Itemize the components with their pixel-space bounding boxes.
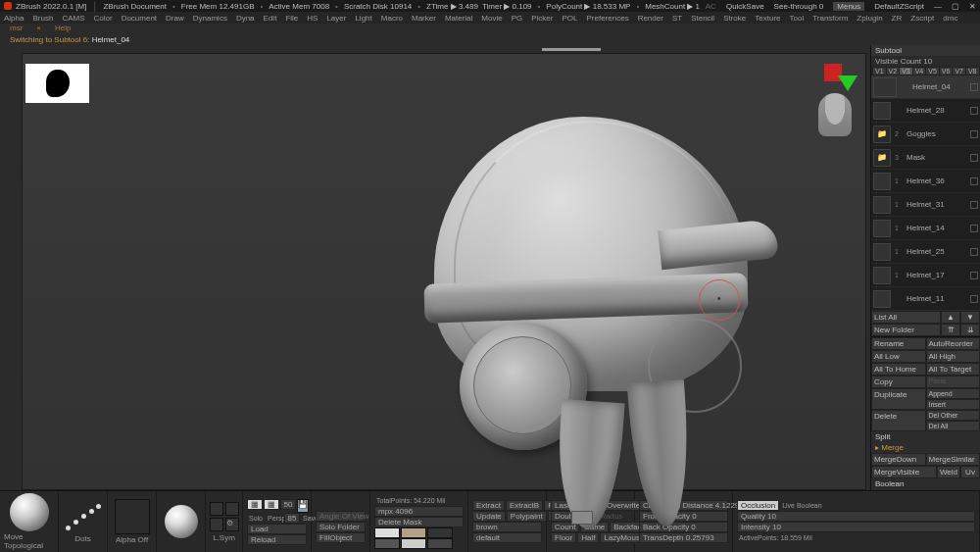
- subtool-item[interactable]: Helmet_04: [871, 75, 980, 99]
- menu-item[interactable]: Brush: [32, 14, 53, 23]
- menu-item[interactable]: POL: [562, 14, 577, 23]
- alpha-icon[interactable]: [115, 499, 150, 534]
- color-swatch[interactable]: [427, 527, 453, 538]
- mini-item[interactable]: ×: [36, 24, 41, 33]
- menu-item[interactable]: Movie: [481, 14, 502, 23]
- bevel-pro-section[interactable]: Bevel Pro: [871, 489, 980, 490]
- num-50[interactable]: 50: [280, 499, 296, 510]
- menu-item[interactable]: Transform: [812, 14, 848, 23]
- menu-item[interactable]: Stroke: [723, 14, 746, 23]
- list-all-button[interactable]: List All: [871, 311, 941, 324]
- reload-button[interactable]: Reload: [247, 534, 307, 545]
- default-script[interactable]: DefaultZScript: [874, 2, 924, 11]
- maximize-icon[interactable]: ▢: [952, 2, 959, 11]
- save-icon[interactable]: 💾: [297, 499, 309, 513]
- trans-depth-slider[interactable]: TransDepth 0.25793: [639, 532, 728, 543]
- append-button[interactable]: Append: [926, 388, 981, 399]
- menu-item[interactable]: Layer: [326, 14, 346, 23]
- duplicate-button[interactable]: Duplicate: [871, 388, 926, 410]
- mini-item[interactable]: Help: [55, 24, 71, 33]
- menu-item[interactable]: Macro: [381, 14, 403, 23]
- visibility-toggle-icon[interactable]: [970, 83, 978, 91]
- solo-mode-button[interactable]: ▦: [247, 499, 263, 510]
- menu-item[interactable]: ZR: [892, 14, 903, 23]
- auto-reorder-button[interactable]: AutoReorder: [926, 337, 981, 350]
- fill-object-button[interactable]: FillObject: [316, 532, 366, 543]
- subtool-item[interactable]: Helmet_11: [871, 287, 980, 311]
- v-button[interactable]: V4: [913, 68, 926, 75]
- visibility-toggle-icon[interactable]: [970, 154, 978, 162]
- gear-icon[interactable]: ⚙: [225, 518, 239, 531]
- quality-slider[interactable]: Quality 10: [737, 511, 975, 522]
- arrow-down-icon[interactable]: ▼: [960, 311, 980, 324]
- solo-folder-button[interactable]: Solo Folder: [316, 522, 366, 532]
- persp-button[interactable]: ▦: [264, 499, 279, 510]
- intensity-slider[interactable]: Intensity 10: [737, 522, 975, 532]
- canvas[interactable]: [23, 54, 865, 489]
- subtool-item[interactable]: 1 Helmet_36: [871, 170, 980, 193]
- boolean-section[interactable]: Boolean: [871, 478, 980, 489]
- all-low-button[interactable]: All Low: [871, 350, 926, 363]
- weld-button[interactable]: Weld: [937, 466, 960, 478]
- subtool-item[interactable]: 📁 2 Goggles: [871, 123, 980, 146]
- copy-button[interactable]: Copy: [871, 376, 926, 388]
- merge-down-button[interactable]: MergeDown: [871, 453, 926, 466]
- menus-button[interactable]: Menus: [833, 2, 864, 11]
- v-button[interactable]: V2: [887, 68, 900, 75]
- half-button[interactable]: Half: [577, 532, 599, 543]
- menu-item[interactable]: Zscript: [910, 14, 934, 23]
- stroke-icon[interactable]: [62, 500, 105, 533]
- subtool-item[interactable]: 1 Helmet_25: [871, 240, 980, 264]
- see-through-slider[interactable]: See-through 0: [774, 2, 824, 11]
- transp-button[interactable]: [210, 502, 223, 516]
- visible-count[interactable]: Visible Count 10: [871, 56, 980, 67]
- visibility-toggle-icon[interactable]: [970, 295, 978, 303]
- all-high-button[interactable]: All High: [926, 350, 981, 363]
- menu-item[interactable]: Zplugin: [857, 14, 882, 23]
- subtool-item[interactable]: 1 Helmet_17: [871, 264, 980, 287]
- head-reference-icon[interactable]: [818, 93, 852, 136]
- subtool-item[interactable]: 1 Helmet_14: [871, 217, 980, 240]
- num-85[interactable]: 85: [284, 513, 300, 524]
- menu-item[interactable]: Dyna: [236, 14, 255, 23]
- subtool-item[interactable]: Helmet_28: [871, 99, 980, 123]
- menu-item[interactable]: Color: [94, 14, 113, 23]
- menu-item[interactable]: HS: [307, 14, 318, 23]
- v-button[interactable]: V8: [966, 68, 979, 75]
- default-button[interactable]: default: [472, 532, 542, 543]
- brush-preview[interactable]: [25, 64, 89, 103]
- move-up-icon[interactable]: ⇈: [941, 324, 960, 336]
- rename-button[interactable]: Rename: [871, 337, 926, 350]
- v-button[interactable]: V6: [940, 68, 953, 75]
- solo-button[interactable]: [225, 502, 239, 516]
- v-button[interactable]: V1: [873, 68, 886, 75]
- subtool-header[interactable]: Subtool: [871, 45, 980, 56]
- del-other-button[interactable]: Del Other: [926, 410, 981, 421]
- menu-item[interactable]: Draw: [166, 14, 184, 23]
- menu-item[interactable]: Alpha: [4, 14, 24, 23]
- menu-item[interactable]: PG: [512, 14, 523, 23]
- floor-button[interactable]: Floor: [551, 532, 576, 543]
- brush-icon[interactable]: [10, 493, 49, 531]
- subtool-item[interactable]: 1 Helmet_31: [871, 193, 980, 217]
- subtool-item[interactable]: 📁 3 Mask: [871, 146, 980, 170]
- menu-item[interactable]: ST: [672, 14, 682, 23]
- load-button[interactable]: Load: [247, 524, 307, 534]
- uv-button[interactable]: Uv: [960, 466, 980, 478]
- angle-of-view[interactable]: Angle Of View: [316, 511, 366, 522]
- menu-item[interactable]: dmc: [943, 14, 957, 23]
- menu-item[interactable]: Stencil: [691, 14, 714, 23]
- visibility-toggle-icon[interactable]: [970, 130, 978, 138]
- paste-button[interactable]: Paste: [926, 376, 981, 388]
- menu-item[interactable]: Render: [638, 14, 663, 23]
- v-button[interactable]: V7: [953, 68, 965, 75]
- arrow-up-icon[interactable]: ▲: [941, 311, 960, 324]
- color-swatch[interactable]: [374, 538, 400, 549]
- live-boolean-button[interactable]: Live Boolean: [780, 500, 975, 511]
- menu-item[interactable]: Picker: [531, 14, 553, 23]
- del-all-button[interactable]: Del All: [926, 421, 981, 431]
- menu-item[interactable]: Light: [355, 14, 371, 23]
- merge-similar-button[interactable]: MergeSimilar: [926, 453, 981, 466]
- new-folder-button[interactable]: New Folder: [871, 324, 941, 336]
- visibility-toggle-icon[interactable]: [970, 248, 978, 256]
